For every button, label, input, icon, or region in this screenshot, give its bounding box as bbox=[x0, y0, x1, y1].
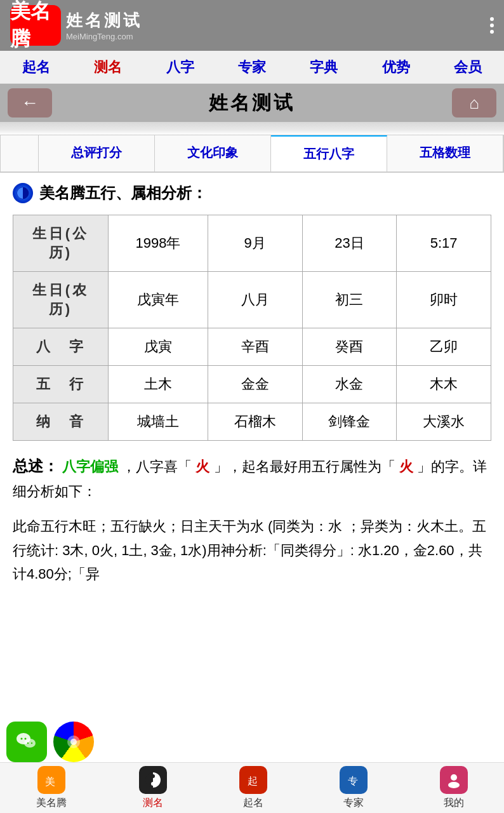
tab-3[interactable]: 五格数理 bbox=[387, 135, 503, 171]
nav-youshi[interactable]: 优势 bbox=[375, 53, 418, 82]
section-title-text: 美名腾五行、属相分析： bbox=[39, 183, 207, 203]
nav-ceming[interactable]: 测名 bbox=[86, 53, 129, 82]
solar-day: 23日 bbox=[302, 215, 397, 272]
table-row-bazi: 八 字 戊寅 辛酉 癸酉 乙卯 bbox=[13, 328, 491, 366]
svg-point-14 bbox=[151, 774, 155, 778]
ceming-icon bbox=[139, 766, 167, 794]
bottom-nav-qiming[interactable]: 起 起名 bbox=[239, 766, 267, 810]
wuxing-label: 五 行 bbox=[13, 366, 109, 403]
bottom-nav-label-ceming: 测名 bbox=[143, 796, 163, 810]
bottom-nav-label-wode: 我的 bbox=[444, 796, 464, 810]
tabs-container: 总评打分文化印象五行八字五格数理 bbox=[0, 135, 504, 171]
tab-1[interactable]: 文化印象 bbox=[155, 135, 271, 171]
lunar-label: 生日(农历) bbox=[13, 272, 109, 328]
bottom-nav-label-meimingteng: 美名腾 bbox=[36, 796, 67, 810]
bazi-col3: 癸酉 bbox=[302, 328, 397, 366]
table-row-lunar: 生日(农历) 戊寅年 八月 初三 卯时 bbox=[13, 272, 491, 328]
nayin-col3: 剑锋金 bbox=[302, 403, 397, 441]
menu-dots[interactable] bbox=[490, 17, 494, 34]
back-arrow-icon: ← bbox=[21, 93, 39, 113]
bazi-label: 八 字 bbox=[13, 328, 109, 366]
app-title: 姓名测试 bbox=[66, 11, 142, 30]
svg-point-8 bbox=[31, 742, 32, 744]
nav-bar: 起名 测名 八字 专家 字典 优势 会员 bbox=[0, 51, 504, 84]
watermark-area bbox=[0, 122, 504, 135]
table-row-solar: 生日(公历) 1998年 9月 23日 5:17 bbox=[13, 215, 491, 272]
bazi-col4: 乙卯 bbox=[397, 328, 491, 366]
page-title: 姓名测试 bbox=[209, 90, 295, 116]
dot2 bbox=[490, 24, 494, 27]
svg-point-6 bbox=[24, 739, 36, 748]
logo-icon-box: 美名腾 bbox=[10, 5, 61, 46]
toolbar: ← 姓名测试 ⌂ bbox=[0, 84, 504, 122]
svg-text:美: 美 bbox=[45, 776, 55, 787]
meimingteng-icon: 美 bbox=[37, 766, 65, 794]
bottom-nav-zhuanjia[interactable]: 专 专家 bbox=[340, 766, 368, 810]
summary-block: 总述： 八字偏强 ，八字喜「 火 」，起名最好用五行属性为「 火 」的字。详细分… bbox=[13, 454, 491, 503]
solar-year: 1998年 bbox=[109, 215, 208, 272]
lunar-time: 卯时 bbox=[397, 272, 491, 328]
summary-text1: 八字偏强 bbox=[62, 459, 118, 474]
tab-2[interactable]: 五行八字 bbox=[271, 135, 387, 171]
wuxing-col3: 水金 bbox=[302, 366, 397, 403]
svg-text:起: 起 bbox=[248, 776, 258, 786]
home-button[interactable]: ⌂ bbox=[452, 88, 496, 118]
nayin-col4: 大溪水 bbox=[397, 403, 491, 441]
wechat-icon[interactable] bbox=[6, 722, 47, 762]
summary-fire1: 火 bbox=[196, 459, 209, 474]
zhuanjia-icon: 专 bbox=[340, 766, 368, 794]
tab-spacer bbox=[1, 135, 39, 171]
table-row-nayin: 纳 音 城墙土 石榴木 剑锋金 大溪水 bbox=[13, 403, 491, 441]
solar-time: 5:17 bbox=[397, 215, 491, 272]
home-icon: ⌂ bbox=[469, 93, 479, 113]
dot3 bbox=[490, 30, 494, 34]
section-icon bbox=[13, 183, 33, 203]
bottom-nav-meimingteng[interactable]: 美 美名腾 bbox=[36, 766, 67, 810]
table-row-wuxing: 五 行 土木 金金 水金 木木 bbox=[13, 366, 491, 403]
back-button[interactable]: ← bbox=[8, 88, 52, 118]
summary-label: 总述： bbox=[13, 457, 58, 474]
lunar-day: 初三 bbox=[302, 272, 397, 328]
lunar-year: 戊寅年 bbox=[109, 272, 208, 328]
svg-point-10 bbox=[70, 739, 77, 745]
wode-icon bbox=[440, 766, 468, 794]
info-table: 生日(公历) 1998年 9月 23日 5:17 生日(农历) 戊寅年 八月 初… bbox=[13, 215, 491, 441]
svg-point-15 bbox=[151, 782, 155, 786]
summary-fire2: 火 bbox=[399, 459, 413, 474]
nayin-col1: 城墙土 bbox=[109, 403, 208, 441]
detail-block: 此命五行木旺；五行缺火；日主天干为水 (同类为：水 ；异类为：火木土。五行统计:… bbox=[13, 514, 491, 586]
summary-text3: 」，起名最好用五行属性为「 bbox=[214, 459, 395, 474]
bottom-nav-label-zhuanjia: 专家 bbox=[343, 796, 364, 810]
bottom-nav-ceming[interactable]: 测名 bbox=[139, 766, 167, 810]
nav-zhuanjia[interactable]: 专家 bbox=[230, 53, 274, 82]
header: 美名腾 姓名测试 MeiMingTeng.com bbox=[0, 0, 504, 51]
svg-point-21 bbox=[451, 774, 457, 781]
wuxing-col1: 土木 bbox=[109, 366, 208, 403]
nav-huiyuan[interactable]: 会员 bbox=[446, 53, 489, 82]
bottom-nav: 美 美名腾 测名 起 起名 专 bbox=[0, 762, 504, 813]
bazi-col2: 辛酉 bbox=[208, 328, 302, 366]
nav-zidian[interactable]: 字典 bbox=[302, 53, 345, 82]
bazi-col1: 戊寅 bbox=[109, 328, 208, 366]
svg-point-5 bbox=[25, 738, 27, 740]
svg-point-22 bbox=[448, 782, 460, 788]
bottom-nav-wode[interactable]: 我的 bbox=[440, 766, 468, 810]
solar-label: 生日(公历) bbox=[13, 215, 109, 272]
detail-text: 此命五行木旺；五行缺火；日主天干为水 (同类为：水 ；异类为：火木土。五行统计:… bbox=[13, 518, 486, 582]
float-icons bbox=[0, 716, 94, 762]
nav-bazi[interactable]: 八字 bbox=[159, 53, 202, 82]
nayin-label: 纳 音 bbox=[13, 403, 109, 441]
logo-text: 美名腾 bbox=[10, 0, 61, 53]
svg-text:专: 专 bbox=[348, 776, 358, 786]
svg-point-4 bbox=[21, 738, 23, 740]
wuxing-col2: 金金 bbox=[208, 366, 302, 403]
nayin-col2: 石榴木 bbox=[208, 403, 302, 441]
summary-text2: ，八字喜「 bbox=[122, 459, 192, 474]
wuxing-col4: 木木 bbox=[397, 366, 491, 403]
camera-icon[interactable] bbox=[53, 722, 94, 762]
nav-qiming[interactable]: 起名 bbox=[15, 53, 58, 82]
scroll-area: 美名腾五行、属相分析： 生日(公历) 1998年 9月 23日 5:17 生日(… bbox=[0, 173, 504, 664]
dot1 bbox=[490, 17, 494, 21]
tab-0[interactable]: 总评打分 bbox=[39, 135, 155, 171]
qiming-icon: 起 bbox=[239, 766, 267, 794]
